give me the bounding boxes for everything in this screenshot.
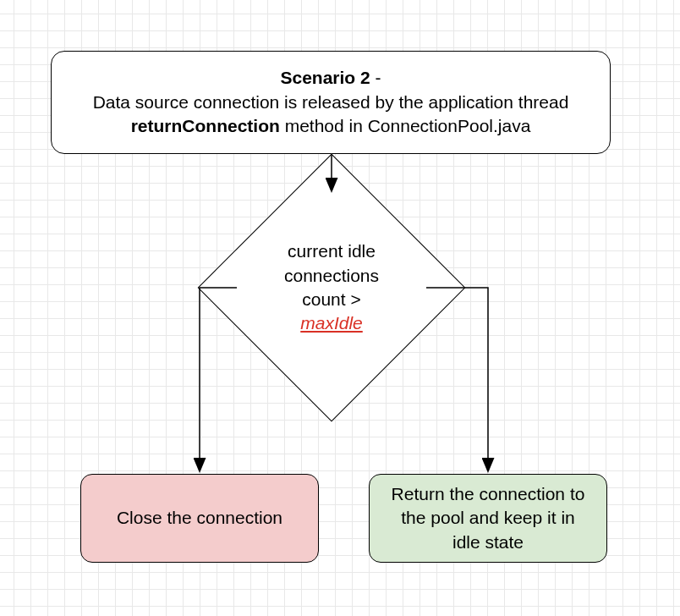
decision-line2: connections count > [284,266,379,309]
flowchart-start-node: Scenario 2 - Data source connection is r… [51,51,611,154]
scenario-dash: - [370,68,381,87]
method-name: returnConnection [131,116,280,135]
scenario-line1: Data source connection is released by th… [93,92,569,112]
outcome-close-node: Close the connection [80,474,319,563]
scenario-line2-suffix: method in ConnectionPool.java [280,116,531,135]
outcome-close-label: Close the connection [117,506,282,530]
outcome-return-node: Return the connection to the pool and ke… [369,474,607,563]
outcome-return-label: Return the connection to the pool and ke… [387,482,590,554]
decision-node: current idle connections count > maxIdle [237,193,426,382]
decision-line1: current idle [288,241,376,261]
scenario-title: Scenario 2 [280,68,370,87]
decision-emphasis: maxIdle [300,313,363,333]
flowchart-diagram: Scenario 2 - Data source connection is r… [0,0,680,616]
